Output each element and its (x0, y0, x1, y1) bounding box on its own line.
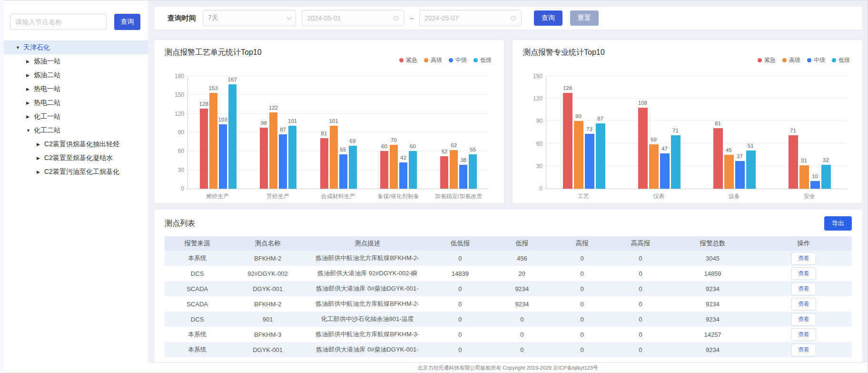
clock-icon (393, 15, 399, 22)
charts-row: 测点报警工艺单元统计Top10 紧急高级中级低级 030609012015018… (154, 40, 863, 203)
tree-item[interactable]: ▶热电一站 (0, 82, 148, 96)
legend-item[interactable]: 紧急 (399, 56, 417, 64)
point-table: 报警来源测点名称测点描述低低报低报高报高高报报警总数操作 本系统BFKHM-2炼… (165, 236, 852, 357)
tree-item[interactable]: ▶C2装置污油至化工烷基化 (0, 165, 148, 179)
end-date-picker[interactable] (419, 10, 522, 26)
view-button[interactable]: 查看 (791, 267, 816, 280)
bar-value-label: 153 (209, 85, 218, 91)
legend-item[interactable]: 中级 (449, 56, 467, 64)
specialty-alarm-chart-card: 测点报警专业统计Top10 紧急高级中级低级 03060901201501289… (512, 40, 863, 203)
table-cell: 0 (491, 342, 553, 357)
table-cell: DGYK-001 (230, 342, 306, 357)
view-button[interactable]: 查看 (791, 328, 816, 341)
legend-item[interactable]: 紧急 (758, 56, 776, 64)
tree-item[interactable]: ▼化工二站 (0, 123, 148, 137)
node-sidebar: 查询 ▼天津石化▶炼油一站▶炼油二站▶热电一站▶热电二站▶化工一站▼化工二站▶C… (0, 0, 148, 373)
tree-item[interactable]: ▶炼油二站 (0, 68, 148, 82)
legend-item[interactable]: 中级 (807, 56, 825, 64)
start-date-picker[interactable] (302, 10, 404, 26)
view-button[interactable]: 查看 (791, 313, 816, 326)
caret-right-icon[interactable]: ▶ (26, 59, 34, 64)
query-button[interactable]: 查询 (534, 10, 562, 26)
x-axis-tick-label: 安全 (772, 192, 847, 201)
x-axis-tick-label: 芳烃生产 (248, 192, 308, 201)
x-axis-labels: 烯烃生产芳烃生产合成材料生产备煤/催化剂制备加氢稳定/加氢改质 (187, 192, 489, 201)
legend-dot-icon (399, 58, 404, 62)
x-axis-tick-label: 备煤/催化剂制备 (368, 192, 429, 201)
caret-down-icon[interactable]: ▼ (16, 45, 23, 50)
y-axis-tick-label: 180 (166, 73, 184, 80)
bar: 87 (596, 123, 605, 189)
node-search-row: 查询 (0, 14, 148, 30)
table-cell: 9234 (670, 296, 756, 312)
view-button[interactable]: 查看 (791, 282, 816, 295)
bar-value-label: 81 (715, 121, 721, 126)
bar: 62 (450, 150, 458, 189)
bar: 98 (260, 128, 268, 189)
bar-value-label: 42 (400, 155, 406, 161)
table-cell: 0 (429, 312, 491, 327)
bar: 10 (810, 181, 820, 189)
table-cell: SCADA (165, 281, 230, 296)
time-range-select[interactable]: 7天 (203, 10, 296, 26)
start-date-input[interactable] (307, 14, 393, 22)
caret-right-icon[interactable]: ▶ (26, 101, 34, 105)
node-search-input[interactable] (10, 14, 107, 30)
table-cell: 9234 (670, 342, 756, 357)
table-cell: 炼油部供大港油库 92#DGYK-002-瞬 (306, 266, 429, 281)
view-button[interactable]: 查看 (791, 298, 816, 311)
caret-right-icon[interactable]: ▶ (26, 114, 34, 119)
tree-item[interactable]: ▶炼油一站 (0, 54, 148, 68)
caret-right-icon[interactable]: ▶ (37, 142, 44, 147)
table-cell: 0 (429, 327, 491, 342)
caret-right-icon[interactable]: ▶ (26, 87, 34, 91)
table-cell: 901 (230, 312, 306, 327)
tree-item[interactable]: ▼天津石化 (0, 40, 148, 54)
x-axis-tick-label: 仪表 (621, 192, 696, 201)
tree-item[interactable]: ▶C2装置至烷基化凝结水 (0, 151, 148, 165)
tree-item-label: 天津石化 (23, 43, 50, 52)
tree-item[interactable]: ▶热电二站 (0, 96, 148, 110)
bar: 81 (320, 138, 328, 189)
tree-item[interactable]: ▶C2装置供烷基化抽出轻烃 (0, 137, 148, 151)
legend-label: 低级 (838, 56, 850, 64)
bar: 38 (459, 165, 467, 189)
table-header-cell: 高高报 (612, 236, 670, 251)
table-cell: 0 (612, 266, 670, 281)
bar-value-label: 167 (228, 77, 237, 82)
left-edge-strip (0, 0, 4, 373)
caret-right-icon[interactable]: ▶ (26, 73, 34, 78)
node-search-button[interactable]: 查询 (114, 14, 140, 30)
reset-button[interactable]: 重置 (570, 10, 599, 26)
bar-group: 108594771 (621, 77, 697, 189)
point-list-card: 测点列表 导出 报警来源测点名称测点描述低低报低报高报高高报报警总数操作 本系统… (154, 209, 863, 363)
caret-down-icon[interactable]: ▼ (26, 128, 34, 133)
legend-item[interactable]: 低级 (832, 56, 850, 64)
view-button[interactable]: 查看 (791, 252, 816, 265)
export-button[interactable]: 导出 (824, 216, 852, 231)
legend-item[interactable]: 高级 (424, 56, 442, 64)
node-tree: ▼天津石化▶炼油一站▶炼油二站▶热电一站▶热电二站▶化工一站▼化工二站▶C2装置… (0, 40, 148, 179)
caret-right-icon[interactable]: ▶ (37, 156, 44, 161)
table-cell: 9234 (670, 312, 756, 327)
caret-right-icon[interactable]: ▶ (37, 170, 44, 174)
table-cell: 0 (429, 251, 491, 266)
end-date-input[interactable] (424, 14, 511, 22)
y-axis-tick-label: 150 (524, 73, 542, 80)
legend-item[interactable]: 高级 (782, 56, 800, 64)
bar-value-label: 73 (586, 126, 592, 132)
bar-value-label: 90 (575, 113, 582, 119)
bar-groups: 1289073871085947718145375171311032 (546, 77, 847, 189)
tree-item-label: C2装置至烷基化凝结水 (44, 154, 113, 162)
bar-chart: 0306090120150180128153103167981228710181… (187, 77, 489, 201)
view-button[interactable]: 查看 (791, 343, 816, 356)
tree-item-label: 热电二站 (34, 99, 60, 107)
bar-value-label: 70 (391, 137, 397, 143)
tree-item[interactable]: ▶化工一站 (0, 110, 148, 123)
legend-item[interactable]: 低级 (473, 56, 492, 64)
bar-value-label: 69 (350, 138, 356, 144)
table-cell: 0 (491, 312, 553, 327)
legend-dot-icon (449, 58, 453, 62)
table-row: 本系统BFKHM-3炼油部供中航油北方库航煤BFKHM-3-000014257查… (165, 327, 852, 342)
table-cell: 0 (429, 281, 491, 296)
